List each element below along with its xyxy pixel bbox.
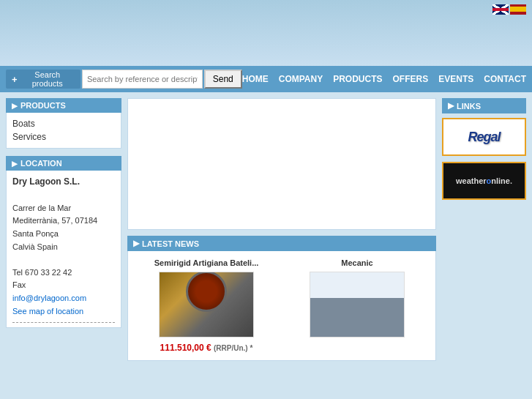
dotted-divider (12, 322, 115, 323)
location-arrow-icon: ▶ (12, 160, 18, 168)
flag-spanish[interactable] (510, 4, 526, 15)
plus-icon: + (12, 74, 18, 85)
news-item-1: Semirigid Artigiana Bateli... 111.510,00… (135, 258, 277, 353)
weather-text: weather (456, 176, 487, 185)
weather-logo: weatheronline. (456, 176, 512, 185)
online-rest: nline (491, 176, 510, 185)
search-input[interactable] (82, 70, 203, 89)
boat-interior-image (160, 272, 253, 337)
mecanic-image (310, 272, 404, 337)
main-container: ▶ PRODUCTS Boats Services ▶ LOCATION Dry… (0, 92, 532, 367)
send-button[interactable]: Send (204, 70, 242, 89)
products-arrow-icon: ▶ (12, 102, 18, 110)
flag-english[interactable] (492, 4, 509, 15)
news-image-1[interactable] (159, 272, 254, 338)
latest-news-title: LATEST NEWS (142, 239, 199, 248)
email-link[interactable]: info@drylagoon.com (12, 294, 86, 302)
nav-offers[interactable]: OFFERS (393, 74, 429, 84)
dot: . (510, 176, 512, 185)
location-section-body: Dry Lagoon S.L. Carrer de la Mar Mediter… (6, 171, 121, 328)
regal-banner[interactable]: Regal (442, 118, 526, 156)
map-link[interactable]: See map of location (12, 307, 83, 316)
weather-banner[interactable]: weatheronline. (442, 162, 526, 200)
news-price-note-1: (RRP/Un.) * (214, 344, 252, 352)
search-products-label: Search products (20, 70, 75, 88)
nav-bar: + Search products Send HOME COMPANY PROD… (0, 66, 532, 92)
company-name: Dry Lagoon S.L. (12, 176, 80, 187)
nav-home[interactable]: HOME (242, 74, 269, 84)
center-top-area (127, 98, 436, 230)
fax: Fax (12, 280, 26, 289)
products-section-title: PRODUCTS (20, 101, 66, 110)
city: Santa Ponça (12, 229, 59, 238)
products-section-body: Boats Services (6, 113, 121, 149)
links-title: LINKS (457, 102, 481, 111)
left-sidebar: ▶ PRODUCTS Boats Services ▶ LOCATION Dry… (6, 98, 121, 361)
nav-contact[interactable]: CONTACT (484, 74, 526, 84)
latest-news-arrow-icon: ▶ (133, 239, 139, 248)
right-sidebar: ▶ LINKS Regal weatheronline. (442, 98, 526, 361)
nav-products[interactable]: PRODUCTS (333, 74, 382, 84)
products-section-header: ▶ PRODUCTS (6, 98, 121, 113)
sidebar-link-boats[interactable]: Boats (12, 117, 115, 130)
region: Calvià Spain (12, 242, 58, 251)
news-title-2: Mecanic (286, 258, 428, 267)
nav-company[interactable]: COMPANY (279, 74, 323, 84)
location-section-title: LOCATION (20, 159, 62, 168)
news-image-2[interactable] (310, 272, 405, 338)
search-products-button[interactable]: + Search products (6, 70, 80, 89)
address-line1: Carrer de la Mar Mediterrània, 57, 07184 (12, 204, 97, 225)
sidebar-link-services[interactable]: Services (12, 130, 115, 143)
nav-events[interactable]: EVENTS (438, 74, 473, 84)
regal-logo: Regal (468, 130, 500, 145)
tel: Tel 670 33 22 42 (12, 268, 72, 277)
links-arrow-icon: ▶ (448, 101, 454, 111)
top-bar (0, 0, 532, 66)
latest-news-body: Semirigid Artigiana Bateli... 111.510,00… (127, 251, 436, 361)
news-price-1: 111.510,00 € (RRP/Un.) * (135, 343, 277, 353)
latest-news-header: ▶ LATEST NEWS (127, 236, 436, 251)
links-header: ▶ LINKS (442, 98, 526, 113)
news-title-1: Semirigid Artigiana Bateli... (135, 258, 277, 267)
main-navigation: HOME COMPANY PRODUCTS OFFERS EVENTS CONT… (242, 74, 526, 84)
location-section-header: ▶ LOCATION (6, 156, 121, 171)
news-item-2: Mecanic (286, 258, 428, 353)
language-flags[interactable] (492, 4, 526, 15)
center-content: ▶ LATEST NEWS Semirigid Artigiana Bateli… (127, 98, 436, 361)
latest-news-section: ▶ LATEST NEWS Semirigid Artigiana Bateli… (127, 236, 436, 361)
